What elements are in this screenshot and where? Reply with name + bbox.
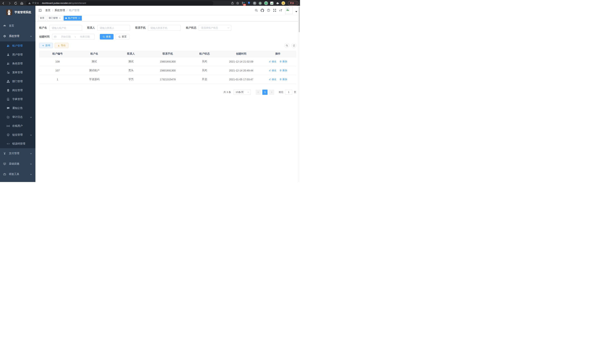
fullscreen-icon[interactable] [273, 9, 276, 12]
edit-label: 修改 [272, 78, 276, 81]
sidebar-item-dept[interactable]: 部门管理 [0, 77, 36, 86]
date-range-picker[interactable]: 开始日期 - 结束日期 [52, 34, 95, 39]
extension-record-icon[interactable] [258, 1, 262, 5]
sidebar-item-notice[interactable]: 通知公告 [0, 104, 36, 113]
edit-link[interactable]: 修改 [269, 60, 276, 63]
extensions-puzzle-icon[interactable] [276, 1, 279, 5]
table-row: 1 芋道源码 芋艿 17321315478 开启 2021-01-05 17:0… [39, 75, 296, 84]
sidebar-item-pay[interactable]: 支付管理 [0, 148, 36, 159]
browser-menu-icon[interactable] [296, 2, 297, 4]
download-icon [57, 44, 60, 47]
page-number-button[interactable]: 1 [262, 90, 268, 95]
sidebar-item-infra[interactable]: 基础设施 [0, 159, 36, 169]
sidebar-item-system[interactable]: 系统管理 [0, 31, 36, 41]
goto-page-input[interactable] [285, 90, 292, 95]
sidebar-item-menu[interactable]: 菜单管理 [0, 68, 36, 77]
refresh-table-button[interactable] [291, 43, 296, 48]
sidebar-item-label: 短信管理 [12, 133, 23, 137]
address-bar[interactable]: 不安全 dashboard.yudao.iocoder.cn/system/te… [26, 1, 213, 5]
home-icon[interactable] [20, 2, 23, 5]
col-created: 创建时间 [223, 51, 260, 57]
prev-page-button[interactable] [256, 90, 261, 95]
pagination: 共 3 条 10条/页 1 前往 页 [39, 90, 296, 95]
share-icon[interactable] [231, 2, 234, 5]
close-icon[interactable] [59, 17, 61, 19]
screen: 不安全 dashboard.yudao.iocoder.cn/system/te… [0, 0, 300, 182]
sidebar-item-label: 部门管理 [12, 80, 23, 83]
profile-avatar-icon[interactable] [281, 1, 285, 5]
delete-link[interactable]: 删除 [279, 69, 287, 72]
extension-balloon-icon[interactable] [247, 1, 251, 5]
delete-link[interactable]: 删除 [279, 60, 287, 63]
sidebar-item-home[interactable]: 首页 [0, 21, 36, 31]
mobile-input[interactable] [148, 25, 181, 31]
tenant-name-input[interactable] [49, 25, 82, 31]
tag-home[interactable]: 首页 [38, 16, 46, 21]
breadcrumb-section[interactable]: 系统管理 [55, 9, 65, 12]
github-icon[interactable] [261, 9, 264, 12]
tag-tenant[interactable]: 租户管理 [64, 16, 82, 21]
sidebar-item-role[interactable]: 角色管理 [0, 59, 36, 68]
search-button[interactable]: 搜索 [100, 34, 113, 39]
menu-tree-icon [7, 71, 10, 74]
page-size-select[interactable]: 10条/页 [234, 90, 251, 95]
user-avatar[interactable] [285, 7, 293, 14]
browser-update-button[interactable]: 更新 [288, 1, 298, 5]
edit-link[interactable]: 修改 [269, 78, 276, 81]
page-scrollbar[interactable] [298, 6, 300, 182]
sidebar-item-audit-log[interactable]: 审计日志 [0, 113, 36, 121]
sidebar-item-label: 基础设施 [9, 162, 19, 166]
dashboard-icon [3, 24, 6, 27]
filter-row-1: 租户名 联系人 联系手机 租户状态 请选择租户状态 [39, 25, 296, 31]
browser-nav [2, 2, 23, 5]
extension-y-icon[interactable] [264, 1, 268, 5]
font-size-icon[interactable] [279, 9, 282, 12]
sidebar-item-post[interactable]: 岗位管理 [0, 86, 36, 95]
forward-icon[interactable] [8, 2, 11, 5]
sidebar-item-label: 支付管理 [9, 152, 19, 155]
close-icon[interactable] [78, 17, 80, 19]
status-select[interactable]: 请选择租户状态 [199, 25, 231, 31]
extension-flag-icon[interactable] [270, 1, 274, 5]
sidebar-item-online-users[interactable]: 在线用户 [0, 121, 36, 131]
bookmark-star-icon[interactable] [236, 2, 239, 5]
sidebar-item-sms[interactable]: 短信管理 [0, 131, 36, 139]
logo-row[interactable]: 芋道管理系统 [0, 6, 36, 17]
chevron-down-icon [30, 152, 32, 155]
delete-link[interactable]: 删除 [279, 78, 287, 81]
collapse-sidebar-icon[interactable] [38, 9, 42, 12]
reload-icon[interactable] [14, 2, 17, 5]
back-icon[interactable] [2, 2, 5, 5]
add-button[interactable]: 新增 [39, 43, 53, 48]
tag-label: 部门管理 [49, 17, 58, 20]
chevron-down-icon [30, 173, 32, 175]
breadcrumb-home[interactable]: 首页 [45, 9, 50, 12]
show-search-button[interactable] [284, 43, 289, 48]
sidebar-item-dict[interactable]: 字典管理 [0, 95, 36, 104]
cell-status: 开启 [186, 75, 223, 84]
sidebar-item-error-code[interactable]: 错误码管理 [0, 139, 36, 148]
search-icon[interactable] [254, 9, 258, 12]
export-button[interactable]: 导出 [55, 43, 68, 48]
badge-icon [7, 89, 10, 92]
contact-input[interactable] [97, 25, 130, 31]
next-page-button[interactable] [269, 90, 274, 95]
update-label: 更新 [290, 2, 294, 5]
calendar-icon [54, 36, 56, 38]
scrollbar-thumb[interactable] [299, 6, 300, 32]
edit-link[interactable]: 修改 [269, 69, 276, 72]
extension-command-icon[interactable]: ⌘ [253, 1, 256, 5]
chevron-down-icon [30, 163, 32, 165]
breadcrumb-separator: / [67, 9, 67, 12]
sidebar-item-devtools[interactable]: 研发工具 [0, 169, 36, 179]
code-icon [7, 142, 10, 145]
help-icon[interactable] [267, 9, 270, 12]
sidebar-item-tenant[interactable]: 租户管理 [0, 41, 36, 50]
tag-dept[interactable]: 部门管理 [47, 16, 63, 21]
extension-tabs-icon[interactable]: 10 [241, 1, 245, 5]
reset-button[interactable]: 重置 [116, 34, 129, 39]
page-unit-label: 页 [294, 91, 296, 94]
sidebar-item-user[interactable]: 用户管理 [0, 50, 36, 59]
chevron-down-icon [30, 134, 32, 136]
avatar-dropdown-caret[interactable] [295, 11, 297, 12]
